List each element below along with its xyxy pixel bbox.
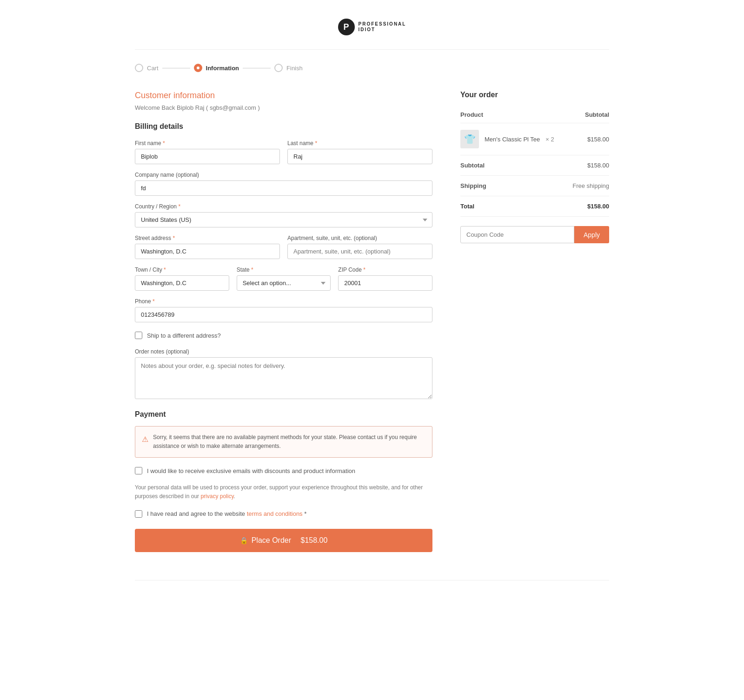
total-row: Total $158.00 bbox=[460, 196, 609, 217]
email-checkbox[interactable] bbox=[135, 467, 142, 474]
state-group: State * Select an option... bbox=[237, 267, 331, 291]
customer-info-title: Customer information bbox=[135, 91, 432, 100]
ship-different-label: Ship to a different address? bbox=[147, 332, 221, 339]
first-name-label: First name * bbox=[135, 140, 280, 147]
order-notes-label: Order notes (optional) bbox=[135, 348, 432, 355]
shipping-label: Shipping bbox=[460, 176, 567, 196]
country-group: Country / Region * United States (US) bbox=[135, 203, 432, 227]
coupon-row: Apply bbox=[460, 226, 609, 243]
product-row: 👕 Men's Classic Pl Tee × 2 $158.00 bbox=[460, 123, 609, 155]
logo-icon: P bbox=[338, 19, 355, 35]
city-state-zip-row: Town / City * State * Select an option..… bbox=[135, 267, 432, 291]
terms-checkbox[interactable] bbox=[135, 510, 142, 518]
subtotal-label: Subtotal bbox=[460, 155, 567, 176]
order-table: Product Subtotal 👕 Men's Classic Pl Tee bbox=[460, 107, 609, 217]
zip-label: ZIP Code * bbox=[338, 267, 432, 273]
place-order-label: Place Order bbox=[252, 536, 291, 545]
terms-link[interactable]: terms and conditions bbox=[247, 510, 303, 517]
email-checkbox-row: I would like to receive exclusive emails… bbox=[135, 467, 432, 475]
left-column: Customer information Welcome Back Biplob… bbox=[135, 91, 432, 552]
col-subtotal-header: Subtotal bbox=[567, 107, 609, 123]
email-checkbox-label: I would like to receive exclusive emails… bbox=[147, 467, 355, 475]
footer-line bbox=[135, 580, 609, 580]
logo-text: PROFESSIONAL IDIOT bbox=[359, 21, 406, 33]
street-input[interactable] bbox=[135, 244, 280, 259]
step-cart: Cart bbox=[135, 64, 159, 72]
phone-label: Phone * bbox=[135, 298, 432, 305]
city-group: Town / City * bbox=[135, 267, 229, 291]
last-name-label: Last name * bbox=[287, 140, 432, 147]
city-input[interactable] bbox=[135, 275, 229, 291]
ship-different-checkbox[interactable] bbox=[135, 332, 142, 339]
billing-title: Billing details bbox=[135, 122, 432, 131]
first-name-group: First name * bbox=[135, 140, 280, 164]
company-group: Company name (optional) bbox=[135, 172, 432, 196]
place-order-button[interactable]: 🔒 Place Order $158.00 bbox=[135, 529, 432, 552]
shipping-value: Free shipping bbox=[567, 176, 609, 196]
welcome-text: Welcome Back Biplob Raj ( sgbs@gmail.com… bbox=[135, 104, 432, 111]
first-name-input[interactable] bbox=[135, 149, 280, 164]
step-finish: Finish bbox=[274, 64, 303, 72]
phone-group: Phone * bbox=[135, 298, 432, 322]
notice-icon: ⚠ bbox=[142, 433, 148, 451]
right-column: Your order Product Subtotal 👕 bbox=[460, 91, 609, 243]
apartment-group: Apartment, suite, unit, etc. (optional) bbox=[287, 235, 432, 259]
step-cart-circle bbox=[135, 64, 143, 72]
last-name-group: Last name * bbox=[287, 140, 432, 164]
tshirt-icon: 👕 bbox=[464, 133, 476, 145]
main-layout: Customer information Welcome Back Biplob… bbox=[135, 91, 609, 552]
product-price: $158.00 bbox=[567, 123, 609, 155]
product-cell: 👕 Men's Classic Pl Tee × 2 bbox=[460, 130, 567, 148]
step-finish-circle bbox=[274, 64, 283, 72]
lock-icon: 🔒 bbox=[240, 537, 248, 544]
state-label: State * bbox=[237, 267, 331, 273]
step-information-circle bbox=[194, 64, 202, 72]
country-select[interactable]: United States (US) bbox=[135, 212, 432, 227]
payment-title: Payment bbox=[135, 410, 432, 419]
last-name-input[interactable] bbox=[287, 149, 432, 164]
product-thumbnail: 👕 bbox=[460, 130, 479, 148]
step-finish-label: Finish bbox=[286, 65, 303, 72]
subtotal-value: $158.00 bbox=[567, 155, 609, 176]
place-order-amount: $158.00 bbox=[300, 536, 327, 545]
step-information: Information bbox=[194, 64, 239, 72]
apartment-input[interactable] bbox=[287, 244, 432, 259]
apply-coupon-button[interactable]: Apply bbox=[574, 226, 609, 243]
name-row: First name * Last name * bbox=[135, 140, 432, 164]
progress-bar: Cart Information Finish bbox=[135, 64, 609, 72]
city-label: Town / City * bbox=[135, 267, 229, 273]
privacy-link[interactable]: privacy policy bbox=[200, 493, 233, 500]
phone-input[interactable] bbox=[135, 307, 432, 322]
order-notes-textarea[interactable] bbox=[135, 357, 432, 399]
address-row: Street address * Apartment, suite, unit,… bbox=[135, 235, 432, 259]
total-label: Total bbox=[460, 196, 567, 217]
payment-notice-text: Sorry, it seems that there are no availa… bbox=[153, 433, 425, 451]
terms-row: I have read and agree to the website ter… bbox=[135, 510, 432, 518]
zip-input[interactable] bbox=[338, 275, 432, 291]
company-input[interactable] bbox=[135, 180, 432, 196]
site-header: P PROFESSIONAL IDIOT bbox=[135, 9, 609, 50]
logo: P PROFESSIONAL IDIOT bbox=[338, 19, 406, 35]
step-cart-label: Cart bbox=[147, 65, 159, 72]
subtotal-row: Subtotal $158.00 bbox=[460, 155, 609, 176]
street-label: Street address * bbox=[135, 235, 280, 241]
order-title: Your order bbox=[460, 91, 609, 99]
product-name: Men's Classic Pl Tee bbox=[485, 136, 540, 143]
col-product-header: Product bbox=[460, 107, 567, 123]
payment-notice: ⚠ Sorry, it seems that there are no avai… bbox=[135, 426, 432, 458]
company-label: Company name (optional) bbox=[135, 172, 432, 178]
apartment-label: Apartment, suite, unit, etc. (optional) bbox=[287, 235, 432, 241]
state-select[interactable]: Select an option... bbox=[237, 275, 331, 291]
coupon-input[interactable] bbox=[460, 226, 574, 243]
terms-label: I have read and agree to the website ter… bbox=[147, 510, 306, 517]
privacy-text: Your personal data will be used to proce… bbox=[135, 483, 432, 501]
step-line-2 bbox=[243, 68, 271, 68]
ship-different-row: Ship to a different address? bbox=[135, 332, 432, 339]
product-qty: × 2 bbox=[545, 136, 554, 143]
total-value: $158.00 bbox=[567, 196, 609, 217]
step-information-label: Information bbox=[206, 65, 239, 72]
order-notes-group: Order notes (optional) bbox=[135, 348, 432, 399]
shipping-row: Shipping Free shipping bbox=[460, 176, 609, 196]
country-label: Country / Region * bbox=[135, 203, 432, 210]
street-group: Street address * bbox=[135, 235, 280, 259]
